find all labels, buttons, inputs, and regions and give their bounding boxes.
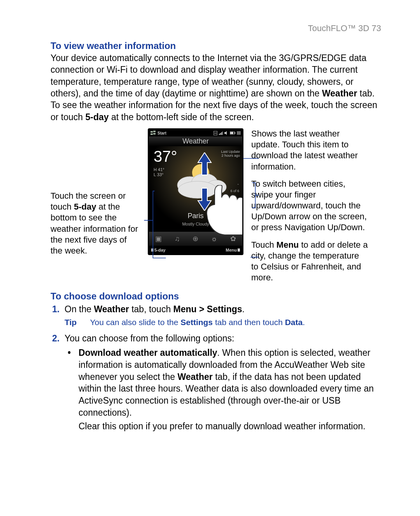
bold-weather: Weather [177, 372, 212, 382]
svg-rect-11 [230, 132, 233, 134]
svg-rect-4 [219, 134, 220, 135]
step-2: 2. You can choose from the following opt… [65, 332, 381, 432]
menu-lines-icon [237, 131, 241, 135]
heading-download-options: To choose download options [51, 291, 381, 302]
callout-left: Touch the screen or touch 5-day at the b… [51, 128, 140, 256]
phone-start-label: Start [158, 131, 166, 135]
step-number: 1. [52, 303, 60, 315]
bold-download-auto: Download weather automatically [79, 348, 217, 358]
h-indicator-icon: H [214, 131, 217, 135]
phone-app-title: Weather [149, 136, 242, 146]
svg-rect-2 [150, 133, 153, 135]
page: TouchFLO™ 3D 73 To view weather informat… [0, 0, 420, 516]
steps-list: 1. On the Weather tab, touch Menu > Sett… [51, 303, 381, 432]
text: tab, touch [129, 304, 173, 314]
svg-rect-5 [220, 133, 221, 135]
page-header: TouchFLO™ 3D 73 [51, 23, 381, 33]
tip-row: Tip You can also slide to the Settings t… [65, 317, 381, 328]
step-1: 1. On the Weather tab, touch Menu > Sett… [65, 303, 381, 328]
figure-row: Touch the screen or touch 5-day at the b… [51, 128, 381, 283]
tip-label: Tip [65, 317, 88, 328]
heading-view-weather: To view weather information [51, 40, 381, 51]
up-arrow-icon[interactable]: ˄ [237, 184, 239, 187]
phone-mockup[interactable]: Start H We [148, 128, 243, 255]
last-update-value: 2 hours ago [221, 154, 240, 157]
bold-weather: Weather [322, 88, 357, 98]
svg-rect-23 [238, 248, 240, 252]
bold-5day: 5-day [86, 112, 109, 122]
paragraph-view-weather: Your device automatically connects to th… [51, 52, 381, 123]
phone-condition: Mostly Cloudy [149, 222, 242, 226]
text: . [242, 304, 245, 314]
text: On the [65, 304, 94, 314]
bold-5day: 5-day [74, 202, 96, 212]
svg-rect-1 [153, 131, 156, 132]
swipe-arrows-icon [196, 152, 213, 212]
text: . [303, 318, 305, 327]
svg-rect-6 [221, 132, 222, 135]
phone-tab-bar[interactable]: ▣ ♫ ⊕ ☼ ✿ [149, 232, 242, 246]
phone-softkey-5day[interactable]: 5-day [154, 248, 166, 252]
phone-last-update[interactable]: Last Update 2 hours ago [221, 150, 240, 158]
svg-marker-8 [224, 131, 227, 135]
lo-value: 33° [157, 172, 164, 177]
text: Touch [251, 240, 276, 250]
svg-marker-20 [198, 152, 211, 175]
phone-weather-body[interactable]: 37° H 41° L 33° Last Update 2 hours ago … [149, 146, 242, 232]
globe-icon[interactable]: ⊕ [192, 234, 198, 243]
text: Your device automatically connects to th… [51, 53, 366, 98]
svg-rect-22 [151, 248, 154, 252]
music-icon[interactable]: ♫ [175, 235, 180, 243]
svg-rect-3 [153, 133, 156, 135]
signal-icon [219, 131, 223, 135]
svg-rect-10 [234, 132, 235, 134]
options-bullets: Download weather automatically. When thi… [65, 347, 381, 432]
bold-menu-settings: Menu > Settings [173, 304, 242, 314]
bold-data: Data [285, 318, 303, 327]
bold-menu: Menu [276, 240, 299, 250]
gear-icon[interactable]: ✿ [230, 234, 236, 243]
settings-sun-icon[interactable]: ☼ [211, 235, 218, 243]
step-2-text: You can choose from the following option… [65, 333, 234, 343]
phone-status-bar: Start H [149, 129, 242, 136]
callout-left-1: Touch the screen or touch 5-day at the b… [51, 191, 140, 256]
svg-rect-7 [222, 131, 223, 135]
callout-right-2: To switch between cities, swipe your fin… [251, 178, 368, 233]
bullet-trail: Clear this option if you prefer to manua… [79, 420, 381, 432]
camera-icon[interactable]: ▣ [155, 234, 162, 243]
bold-settings: Settings [180, 318, 213, 327]
phone-softkey-menu[interactable]: Menu [226, 248, 237, 252]
text: You can also slide to the [90, 318, 180, 327]
softkey-right-marker-icon [238, 248, 240, 252]
hi-label: H [154, 167, 157, 172]
windows-flag-icon [150, 131, 156, 135]
tip-text: You can also slide to the Settings tab a… [90, 318, 305, 327]
bold-weather: Weather [94, 304, 129, 314]
battery-icon [230, 131, 235, 135]
phone-temp-range: H 41° L 33° [154, 167, 164, 177]
speaker-icon [224, 131, 228, 135]
text: tab and then touch [213, 318, 285, 327]
bullet-download-auto: Download weather automatically. When thi… [79, 347, 381, 432]
city-counter: 6 of 6 [230, 189, 239, 193]
hi-value: 41° [158, 167, 164, 172]
softkey-left-marker-icon [151, 248, 154, 252]
last-update-label: Last Update [221, 150, 240, 154]
svg-rect-0 [150, 131, 153, 133]
text: at the bottom-left side of the screen. [109, 112, 254, 122]
svg-marker-21 [198, 188, 211, 211]
step-number: 2. [52, 332, 60, 345]
lo-label: L [154, 172, 156, 177]
callout-right-1: Shows the last weather update. Touch thi… [251, 128, 368, 172]
callouts-right: Shows the last weather update. Touch thi… [251, 128, 368, 283]
callout-right-3: Touch Menu to add or delete a city, chan… [251, 240, 368, 283]
phone-softkey-bar: 5-day Menu [149, 246, 242, 254]
phone-city: Paris [149, 212, 242, 220]
